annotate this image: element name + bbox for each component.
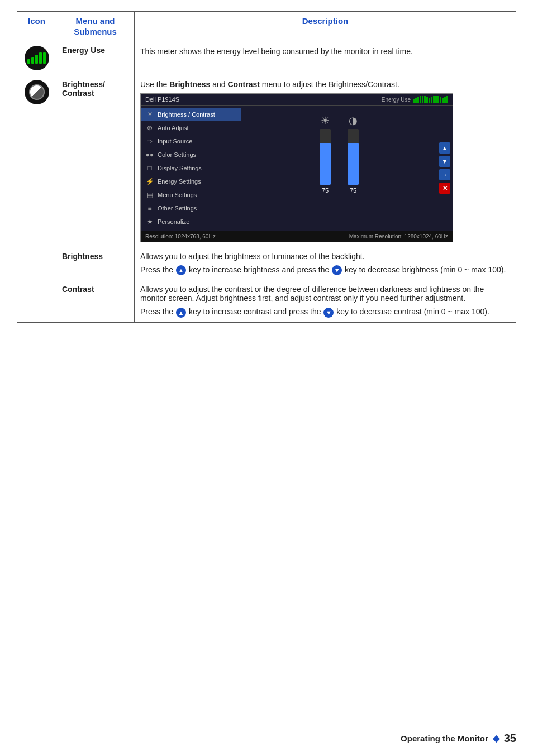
- osd-menu: ☀ Brightness / Contrast ⊕ Auto Adjust ⇨ …: [141, 106, 241, 231]
- submenu-header-label: Submenus: [74, 27, 117, 36]
- bc-intro-para: Use the Brightness and Contrast menu to …: [140, 80, 510, 89]
- osd-display-settings-icon: □: [145, 164, 154, 173]
- osd-nav-down[interactable]: ▼: [439, 156, 450, 167]
- contrast-desc-cell: Allows you to adjust the contrast or the…: [135, 280, 516, 322]
- col-header-desc: Description: [135, 12, 516, 27]
- energy-use-icon: [25, 46, 49, 70]
- osd-personalize-icon: ★: [145, 217, 154, 226]
- osd-menu-item-menu-settings[interactable]: ▤ Menu Settings: [141, 188, 241, 202]
- osd-menu-item-other-settings[interactable]: ≡ Other Settings: [141, 202, 241, 215]
- contrast-slider-group: ◑ 75: [348, 114, 359, 194]
- contrast-desc-line1: Allows you to adjust the contrast or the…: [140, 285, 484, 303]
- osd-input-source-icon: ⇨: [145, 137, 154, 146]
- energy-bars: [27, 52, 46, 64]
- osd-color-settings-icon: ●●: [145, 150, 154, 159]
- footer-diamond-icon: ◆: [493, 733, 499, 744]
- osd-menu-label-ds: Display Settings: [158, 165, 202, 171]
- contrast-circle-icon: ◑: [349, 114, 358, 127]
- brightness-icon-cell: [17, 247, 56, 280]
- menu-header-label: Menu and: [76, 16, 115, 26]
- main-table: Icon Menu and Description Submenus: [17, 11, 516, 323]
- table-header-row: Icon Menu and Description: [17, 12, 516, 27]
- osd-energy-settings-icon: ⚡: [145, 177, 154, 186]
- energy-bar-5: [43, 52, 46, 64]
- brightness-desc-line2-pre: Press the: [140, 265, 175, 274]
- bc-inner-circle: [29, 84, 45, 100]
- bc-intro-post: menu to adjust the Brightness/Contrast.: [260, 80, 399, 89]
- contrast-slider-track: [348, 129, 359, 185]
- osd-main-area: ☀ 75 ◑: [241, 106, 437, 231]
- osd-menu-label-bc: Brightness / Contrast: [158, 111, 215, 118]
- osd-other-settings-icon: ≡: [145, 204, 154, 213]
- energy-use-menu-cell: Energy Use: [56, 41, 135, 75]
- table-row: Brightness/ Contrast Use the Brightness …: [17, 75, 516, 247]
- brightness-desc-para1: Allows you to adjust the brightness or l…: [140, 252, 510, 261]
- footer-page-number: 35: [504, 732, 516, 745]
- table-row: Energy Use This meter shows the energy l…: [17, 41, 516, 75]
- osd-footer: Resolution: 1024x768, 60Hz Maximum Resol…: [141, 231, 453, 242]
- icon-header-label: Icon: [28, 16, 45, 26]
- osd-sliders: ☀ 75 ◑: [248, 114, 430, 194]
- col-subheader-menu: Submenus: [56, 27, 135, 41]
- col-header-menu: Menu and: [56, 12, 135, 27]
- brightness-desc-cell: Allows you to adjust the brightness or l…: [135, 247, 516, 280]
- bc-intro-bold2: Contrast: [227, 80, 260, 89]
- osd-menu-item-brightness-contrast[interactable]: ☀ Brightness / Contrast: [141, 108, 241, 121]
- energy-use-label: Energy Use: [62, 46, 105, 55]
- osd-nav-up[interactable]: ▲: [439, 142, 450, 154]
- osd-nav-enter[interactable]: →: [439, 169, 450, 180]
- osd-menu-item-personalize[interactable]: ★ Personalize: [141, 215, 241, 228]
- brightness-contrast-icon: [25, 80, 49, 104]
- contrast-desc-para1: Allows you to adjust the contrast or the…: [140, 285, 510, 303]
- osd-screenshot: Dell P1914S Energy Use: [140, 93, 453, 242]
- brightness-down-key: ▼: [332, 265, 342, 275]
- brightness-label: Brightness: [62, 252, 103, 261]
- energy-bar-1: [27, 59, 30, 64]
- brightness-slider-fill: [320, 143, 331, 185]
- table-subheader-row: Submenus: [17, 27, 516, 41]
- osd-body: ☀ Brightness / Contrast ⊕ Auto Adjust ⇨ …: [141, 106, 453, 231]
- bc-intro-bold1: Brightness: [169, 80, 210, 89]
- contrast-menu-cell: Contrast: [56, 280, 135, 322]
- osd-menu-item-display-settings[interactable]: □ Display Settings: [141, 161, 241, 175]
- osd-menu-item-auto-adjust[interactable]: ⊕ Auto Adjust: [141, 121, 241, 135]
- brightness-desc-line2-post: key to decrease brightness (min 0 ~ max …: [342, 265, 506, 274]
- contrast-slider-fill: [348, 143, 359, 185]
- brightness-sun-icon: ☀: [321, 114, 330, 127]
- osd-menu-label-ms: Menu Settings: [158, 192, 197, 198]
- osd-nav-close[interactable]: ✕: [439, 183, 450, 194]
- contrast-up-key: ▲: [176, 308, 186, 318]
- osd-auto-adjust-icon: ⊕: [145, 123, 154, 132]
- brightness-desc-line1: Allows you to adjust the brightness or l…: [140, 252, 365, 261]
- contrast-desc-line2-pre: Press the: [140, 307, 175, 316]
- energy-bar-4: [39, 52, 42, 64]
- osd-menu-item-energy-settings[interactable]: ⚡ Energy Settings: [141, 175, 241, 188]
- energy-bar-2: [31, 57, 34, 64]
- bc-intro-pre: Use the: [140, 80, 169, 89]
- osd-navigation: ▲ ▼ → ✕: [437, 106, 453, 231]
- osd-menu-label-cs: Color Settings: [158, 151, 196, 158]
- brightness-slider-track: [320, 129, 331, 185]
- osd-menu-label-is: Input Source: [158, 138, 192, 145]
- bc-menu-label-line2: Contrast: [62, 89, 94, 98]
- osd-menu-settings-icon: ▤: [145, 190, 154, 199]
- contrast-desc-line2-post: key to decrease contrast (min 0 ~ max 10…: [334, 307, 489, 316]
- table-row: Brightness Allows you to adjust the brig…: [17, 247, 516, 280]
- osd-energy-label: Energy Use: [382, 97, 411, 103]
- contrast-down-key: ▼: [323, 308, 334, 318]
- contrast-desc-para2: Press the ▲ key to increase contrast and…: [140, 307, 510, 317]
- brightness-desc-para2: Press the ▲ key to increase brightness a…: [140, 265, 510, 275]
- energy-use-desc: This meter shows the energy level being …: [140, 47, 413, 56]
- bc-icon-cell: [17, 75, 56, 247]
- osd-menu-item-color-settings[interactable]: ●● Color Settings: [141, 148, 241, 161]
- osd-menu-label-p: Personalize: [158, 218, 189, 225]
- osd-menu-item-input-source[interactable]: ⇨ Input Source: [141, 135, 241, 148]
- brightness-up-key: ▲: [176, 265, 186, 275]
- col-subheader-desc: [135, 27, 516, 41]
- brightness-slider-group: ☀ 75: [320, 114, 331, 194]
- col-header-icon: Icon: [17, 12, 56, 27]
- brightness-value: 75: [322, 187, 329, 194]
- contrast-desc-line2-mid: key to increase contrast and press the: [187, 307, 323, 316]
- bc-desc-cell: Use the Brightness and Contrast menu to …: [135, 75, 516, 247]
- bc-menu-label-line1: Brightness/: [62, 80, 105, 89]
